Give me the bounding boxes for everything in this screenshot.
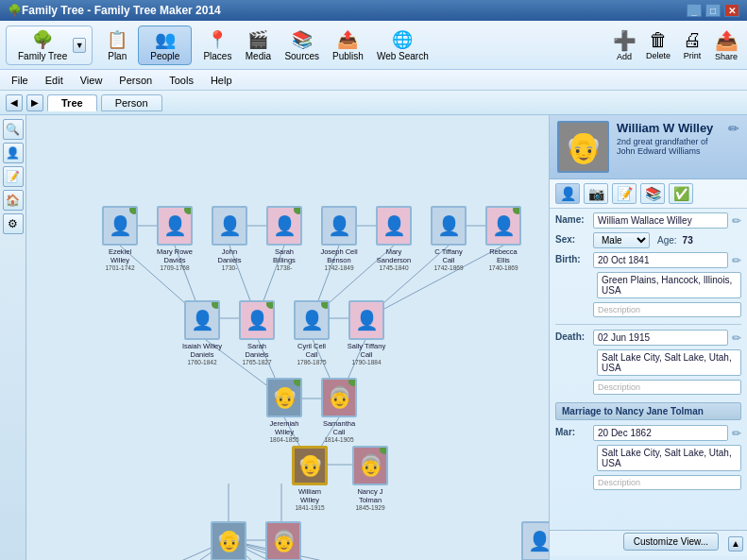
plan-btn[interactable]: 📋 Plan [98, 27, 136, 63]
publish-btn[interactable]: 📤 Publish [327, 27, 369, 63]
add-toolbar-btn[interactable]: ➕ Add [609, 27, 639, 63]
profile-header: 👴 William W Willey 2nd great grandfather… [550, 115, 747, 179]
death-desc[interactable]: Description [593, 380, 741, 395]
birth-date-value[interactable]: 20 Oct 1841 [593, 252, 728, 268]
person-dates-p16: 1845-1929 [355, 504, 384, 511]
delete-toolbar-btn[interactable]: 🗑 Delete [643, 27, 673, 62]
menu-view[interactable]: View [73, 73, 110, 88]
person-node-p6[interactable]: 👤Mary Sanderson1745-1840 [366, 206, 421, 271]
menu-help[interactable]: Help [203, 73, 240, 88]
main-content: 🔍 👤 📝 🏠 ⚙ [0, 115, 747, 560]
tab-person[interactable]: Person [101, 94, 162, 111]
person-name-p8: Rebecca Ellis [489, 247, 518, 264]
mar-desc[interactable]: Description [593, 475, 741, 490]
name-field-row: Name: William Wallace Willey ✏ [555, 212, 741, 229]
person-node-p10[interactable]: 👤Sarah Daniels1765-1827 [229, 300, 284, 365]
nav-bar: ◀ ▶ Tree Person [0, 91, 747, 115]
media-btn[interactable]: 🎬 Media [239, 27, 277, 63]
tab-tree[interactable]: Tree [47, 94, 97, 111]
person-photo-p18: 👵 [265, 521, 301, 560]
person-photo-p11: 👤 [294, 300, 330, 340]
person-node-p15[interactable]: 👴William Willey1841-1915 [282, 446, 337, 511]
scroll-up-btn[interactable]: ▲ [728, 536, 743, 552]
person-node-p13[interactable]: 👴Jeremiah Willey1804-1855 [257, 378, 312, 443]
person-node-p4[interactable]: 👤Sarah Billings1738- [257, 206, 312, 271]
minimize-btn[interactable]: _ [687, 4, 702, 17]
sidebar-btn-2[interactable]: 👤 [3, 143, 24, 163]
birth-field-row: Birth: 20 Oct 1841 ✏ [555, 252, 741, 268]
media-icon: 🎬 [247, 29, 268, 50]
sidebar-btn-4[interactable]: 🏠 [3, 190, 24, 211]
person-node-p17[interactable]: 👴Ianthus Barlow1866-1952 [201, 521, 256, 560]
person-node-p3[interactable]: 👤John Daniels1730- [202, 206, 257, 271]
mar-field-row: Mar: 20 Dec 1862 ✏ [555, 425, 741, 441]
family-tree-btn[interactable]: 🌳 Family Tree [12, 27, 73, 63]
person-name-p9: Isaiah Willey Daniels [182, 342, 222, 359]
delete-icon: 🗑 [649, 29, 668, 51]
birth-edit-icon[interactable]: ✏ [732, 252, 741, 267]
person-photo-p6: 👤 [376, 206, 412, 246]
person-node-p9[interactable]: 👤Isaiah Willey Daniels1760-1842 [175, 300, 229, 365]
person-node-p18[interactable]: 👵Alice Willey Barlow1871-1962 [256, 521, 311, 560]
person-node-p16[interactable]: 👵Nancy J Tolman1845-1929 [343, 446, 398, 511]
close-btn[interactable]: ✕ [724, 4, 739, 17]
web-search-btn[interactable]: 🌐 Web Search [371, 27, 434, 63]
places-icon: 📍 [207, 29, 228, 50]
tree-dropdown-btn[interactable]: ▼ [73, 38, 86, 53]
menu-file[interactable]: File [4, 73, 36, 88]
person-name-p15: William Willey [298, 487, 321, 504]
profile-person-icon-btn[interactable]: 👤 [555, 183, 580, 204]
birth-desc[interactable]: Description [593, 302, 741, 317]
person-name-p12: Sally Tiffany Call [348, 342, 385, 359]
sidebar-btn-3[interactable]: 📝 [3, 166, 24, 187]
person-photo-p14: 👵 [321, 378, 357, 417]
person-node-p8[interactable]: 👤Rebecca Ellis1740-1869 [476, 206, 531, 271]
person-node-p1[interactable]: 👤Ezekiel Willey1701-1742 [93, 206, 147, 271]
person-node-p19[interactable]: 👤William Willey1874-1962 [512, 521, 549, 560]
places-btn[interactable]: 📍 Places [197, 27, 237, 63]
death-date-value[interactable]: 02 Jun 1915 [593, 330, 728, 346]
profile-note-icon-btn[interactable]: 📝 [612, 183, 637, 204]
person-node-p11[interactable]: 👤Cyril Cell Call1786-1875 [284, 300, 339, 365]
share-toolbar-btn[interactable]: 📤 Share [711, 27, 741, 63]
person-node-p7[interactable]: 👤C Tiffany Call1742-1869 [421, 206, 476, 271]
name-value[interactable]: William Wallace Willey [593, 212, 728, 229]
birth-label: Birth: [555, 252, 589, 264]
person-node-p5[interactable]: 👤Joseph Cell Benson1742-1849 [312, 206, 366, 271]
death-edit-icon[interactable]: ✏ [732, 330, 741, 345]
mar-edit-icon[interactable]: ✏ [732, 425, 741, 440]
share-icon: 📤 [715, 29, 739, 52]
death-field-row: Death: 02 Jun 1915 ✏ [555, 330, 741, 346]
bottom-bar: Customize View... ▲ [550, 530, 747, 556]
menu-person[interactable]: Person [111, 73, 160, 88]
menu-tools[interactable]: Tools [161, 73, 201, 88]
profile-source-icon-btn[interactable]: 📚 [640, 183, 665, 204]
tree-area[interactable]: 👤Ezekiel Willey1701-1742👤Mary Rowe David… [26, 115, 549, 560]
menu-edit[interactable]: Edit [38, 73, 71, 88]
name-edit-icon[interactable]: ✏ [732, 212, 741, 228]
profile-photo-icon-btn[interactable]: 📷 [584, 183, 608, 204]
sources-btn[interactable]: 📚 Sources [279, 27, 325, 63]
sidebar-btn-1[interactable]: 🔍 [3, 119, 24, 140]
mar-place-value[interactable]: Salt Lake City, Salt Lake, Utah, USA [597, 445, 741, 471]
profile-edit-btn[interactable]: ✏ [728, 121, 739, 136]
death-place-value[interactable]: Salt Lake City, Salt Lake, Utah, USA [597, 349, 741, 376]
birth-place-value[interactable]: Green Plains, Hancock, Illinois, USA [597, 272, 741, 298]
maximize-btn[interactable]: □ [705, 4, 721, 17]
person-node-p14[interactable]: 👵Samantha Call1814-1905 [312, 378, 366, 443]
marriage-header[interactable]: Marriage to Nancy Jane Tolman [555, 402, 741, 420]
customize-view-btn[interactable]: Customize View... [623, 533, 719, 551]
sex-select[interactable]: Male Female [593, 232, 650, 248]
person-node-p12[interactable]: 👤Sally Tiffany Call1790-1884 [339, 300, 394, 365]
person-dates-p9: 1760-1842 [187, 359, 216, 365]
plan-icon: 📋 [107, 29, 127, 50]
back-btn[interactable]: ◀ [6, 94, 23, 111]
mar-date-value[interactable]: 20 Dec 1862 [593, 425, 728, 441]
profile-task-icon-btn[interactable]: ✅ [669, 183, 693, 204]
people-btn[interactable]: 👥 People [144, 27, 185, 63]
forward-btn[interactable]: ▶ [26, 94, 43, 111]
sidebar-btn-5[interactable]: ⚙ [3, 213, 24, 234]
web-search-icon: 🌐 [392, 29, 413, 50]
person-node-p2[interactable]: 👤Mary Rowe Davids1709-1768 [147, 206, 202, 271]
print-toolbar-btn[interactable]: 🖨 Print [677, 27, 707, 62]
